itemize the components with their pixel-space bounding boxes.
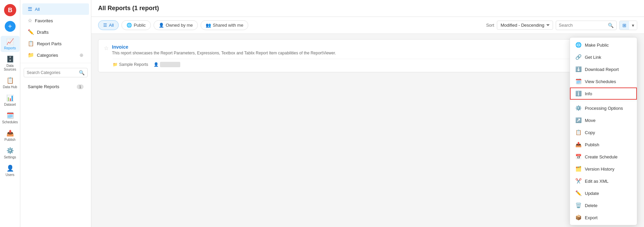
app-logo: B (3, 3, 17, 17)
cm-publish-label: Publish (585, 142, 599, 147)
cm-get-link[interactable]: 🔗 Get Link (570, 51, 637, 63)
filter-owned-button[interactable]: 👤 Owned by me (154, 20, 198, 30)
sidebar-all[interactable]: ☰ All (22, 3, 89, 15)
cm-create-schedule-icon: 📅 (575, 154, 581, 160)
sidebar-item-users[interactable]: 👤 Users (1, 162, 20, 179)
cm-copy-label: Copy (585, 130, 595, 135)
filter-owned-icon: 👤 (159, 23, 164, 28)
main-header: All Reports (1 report) (91, 0, 644, 17)
filter-owned-label: Owned by me (166, 23, 193, 28)
cm-edit-xml-icon: ✂️ (575, 178, 581, 184)
cm-move-label: Move (585, 118, 596, 123)
cm-version-history-label: Version History (585, 167, 614, 172)
report-meta: 📁 Sample Reports 👤 🕐 11/15/2024 02:33 PM (113, 59, 631, 67)
cm-make-public[interactable]: 🌐 Make Public (570, 39, 637, 51)
categories-label: Categories (37, 53, 58, 58)
left-navigation: B + 📈 Reports 🗄️ Data Sources 📋 Data Hub… (0, 0, 20, 227)
drafts-label: Drafts (37, 30, 49, 35)
sidebar-item-schedules[interactable]: 🗓️ Schedules (1, 110, 20, 126)
all-label: All (35, 7, 40, 12)
filter-shared-button[interactable]: 👥 Shared with me (201, 20, 248, 30)
schedules-icon: 🗓️ (6, 112, 14, 119)
cm-info-icon: ℹ️ (575, 91, 581, 97)
sidebar-item-settings[interactable]: ⚙️ Settings (1, 145, 20, 161)
cm-view-schedules[interactable]: 🗓️ View Schedules (570, 75, 637, 87)
cm-processing-icon: ⚙️ (575, 105, 581, 111)
search-input[interactable] (559, 23, 606, 28)
settings-icon: ⚙️ (6, 147, 14, 154)
cm-processing-label: Processing Options (585, 106, 623, 111)
cm-create-schedule-label: Create Schedule (585, 154, 618, 159)
cm-edit-xml-label: Edit as XML (585, 179, 608, 184)
sidebar-categories[interactable]: 📁 Categories ⊕ (22, 49, 89, 61)
cm-view-schedules-icon: 🗓️ (575, 78, 581, 84)
filter-bar: ☰ All 🌐 Public 👤 Owned by me 👥 Shared wi… (91, 17, 644, 34)
sidebar-item-reports[interactable]: 📈 Reports (1, 36, 20, 52)
sidebar-item-dataset[interactable]: 📊 Dataset (1, 92, 20, 108)
cm-make-public-icon: 🌐 (575, 42, 581, 48)
sidebar-item-data-sources[interactable]: 🗄️ Data Sources (1, 53, 20, 73)
sample-reports-label: Sample Reports (28, 84, 59, 89)
sort-select[interactable]: Modified - Descending Modified - Ascendi… (497, 21, 553, 30)
cm-move[interactable]: ↗️ Move (570, 114, 637, 126)
report-parts-icon: 📋 (28, 41, 34, 47)
page-title: All Reports (1 report) (98, 5, 159, 12)
report-star-button[interactable]: ☆ (104, 45, 109, 51)
cm-download-icon: ⬇️ (575, 66, 581, 72)
sidebar-favorites[interactable]: ☆ Favorites (22, 15, 89, 26)
filter-shared-label: Shared with me (213, 23, 243, 28)
grid-view-button[interactable]: ⊞ (620, 21, 629, 30)
report-title[interactable]: Invoice (112, 44, 586, 50)
cm-export[interactable]: 📦 Export (570, 211, 637, 224)
sidebar-item-publish[interactable]: 📤 Publish (1, 127, 20, 144)
cm-info[interactable]: ℹ️ Info (570, 87, 637, 100)
cm-update[interactable]: ✏️ Update (570, 187, 637, 199)
drafts-icon: ✏️ (28, 29, 34, 35)
sidebar-drafts[interactable]: ✏️ Drafts (22, 26, 89, 38)
cm-divider (570, 101, 637, 101)
context-menu: 🌐 Make Public 🔗 Get Link ⬇️ Download Rep… (570, 37, 637, 225)
cm-download-label: Download Report (585, 67, 619, 72)
sidebar-report-parts[interactable]: 📋 Report Parts (22, 38, 89, 49)
list-view-button[interactable]: ▾ (629, 21, 637, 30)
report-header: ☆ Invoice This report showcases the Repo… (104, 44, 631, 55)
cm-publish-icon: 📤 (575, 142, 581, 148)
cm-processing-options[interactable]: ⚙️ Processing Options (570, 102, 637, 114)
cm-export-icon: 📦 (575, 215, 581, 221)
folder-icon: 📁 (113, 62, 118, 67)
cm-delete-icon: 🗑️ (575, 202, 581, 208)
filter-public-button[interactable]: 🌐 Public (121, 20, 151, 30)
cm-version-history[interactable]: 🗂️ Version History (570, 163, 637, 175)
cm-info-label: Info (585, 91, 592, 96)
cm-download-report[interactable]: ⬇️ Download Report (570, 63, 637, 75)
add-button[interactable]: + (5, 21, 16, 32)
cm-publish[interactable]: 📤 Publish (570, 138, 637, 151)
cm-copy[interactable]: 📋 Copy (570, 126, 637, 138)
users-icon: 👤 (6, 165, 14, 172)
cm-version-history-icon: 🗂️ (575, 166, 581, 172)
cm-copy-icon: 📋 (575, 129, 581, 135)
sample-reports-badge: 1 (77, 84, 84, 89)
reports-nav-label: Reports (4, 46, 16, 50)
publish-nav-label: Publish (4, 138, 16, 142)
cm-get-link-label: Get Link (585, 55, 601, 60)
cm-edit-xml[interactable]: ✂️ Edit as XML (570, 175, 637, 187)
svg-text:B: B (8, 7, 12, 14)
data-hub-nav-label: Data Hub (3, 85, 17, 89)
report-folder: 📁 Sample Reports (113, 62, 148, 67)
cm-move-icon: ↗️ (575, 117, 581, 123)
filter-all-button[interactable]: ☰ All (98, 20, 119, 30)
sidebar: ☰ All ☆ Favorites ✏️ Drafts 📋 Report Par… (20, 0, 91, 227)
cm-create-schedule[interactable]: 📅 Create Schedule (570, 151, 637, 163)
publish-icon: 📤 (6, 129, 14, 137)
cm-delete[interactable]: 🗑️ Delete (570, 199, 637, 211)
cm-update-label: Update (585, 191, 599, 196)
sort-container: Sort Modified - Descending Modified - As… (486, 21, 553, 30)
cm-export-label: Export (585, 215, 598, 220)
cm-get-link-icon: 🔗 (575, 54, 581, 60)
sidebar-sample-reports[interactable]: Sample Reports 1 (22, 81, 89, 92)
categories-icon: 📁 (28, 52, 34, 58)
sidebar-item-data-hub[interactable]: 📋 Data Hub (1, 75, 20, 91)
search-categories-input[interactable] (27, 70, 79, 75)
report-list: ☆ Invoice This report showcases the Repo… (91, 34, 644, 227)
